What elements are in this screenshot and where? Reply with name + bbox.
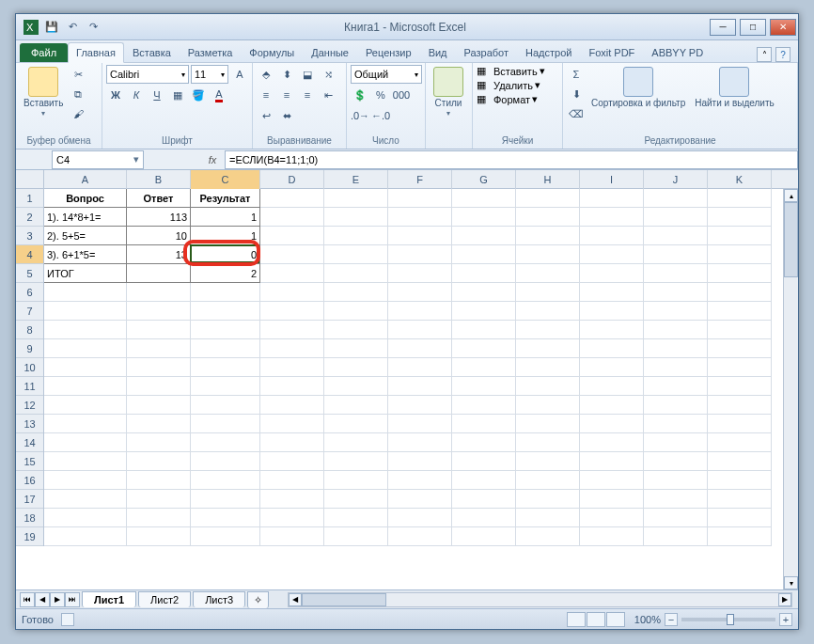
cell[interactable] xyxy=(644,302,708,321)
cell[interactable] xyxy=(44,415,127,433)
orientation-icon[interactable]: ⤭ xyxy=(319,65,337,84)
cell[interactable] xyxy=(388,452,452,471)
cell[interactable]: 2 xyxy=(191,264,260,283)
cell[interactable] xyxy=(516,396,580,415)
cell[interactable] xyxy=(708,302,772,321)
cell[interactable] xyxy=(191,377,260,396)
cell[interactable] xyxy=(324,377,388,396)
merge-icon[interactable]: ⬌ xyxy=(277,106,296,125)
row-header[interactable]: 14 xyxy=(16,433,43,452)
cell[interactable] xyxy=(516,452,580,471)
cell[interactable] xyxy=(708,208,772,227)
cell[interactable] xyxy=(644,227,708,245)
cell[interactable] xyxy=(516,208,580,227)
cell[interactable] xyxy=(452,509,516,527)
decrease-decimal-icon[interactable]: ←.0 xyxy=(371,106,390,125)
cell[interactable] xyxy=(324,339,388,358)
cell[interactable] xyxy=(388,189,452,208)
cell[interactable] xyxy=(708,396,772,415)
formula-input[interactable]: =ЕСЛИ(B4=11;1;0) xyxy=(225,150,798,169)
cell[interactable] xyxy=(191,339,260,358)
column-header[interactable]: F xyxy=(388,170,452,189)
cell[interactable] xyxy=(44,527,127,546)
cell[interactable]: 10 xyxy=(127,227,191,245)
name-box[interactable]: C4▾ xyxy=(52,150,144,169)
cell[interactable]: 1 xyxy=(191,227,260,245)
row-header[interactable]: 3 xyxy=(16,227,43,245)
row-header[interactable]: 16 xyxy=(16,471,43,490)
cell[interactable] xyxy=(644,264,708,283)
cell[interactable] xyxy=(516,339,580,358)
column-header[interactable]: I xyxy=(580,170,644,189)
cell[interactable] xyxy=(260,302,324,321)
cell[interactable] xyxy=(127,302,191,321)
underline-icon[interactable]: Ч xyxy=(148,86,166,104)
delete-cells-button[interactable]: ▦Удалить ▾ xyxy=(477,79,540,91)
cell[interactable] xyxy=(191,321,260,339)
cell[interactable] xyxy=(708,358,772,377)
cell[interactable] xyxy=(324,302,388,321)
cell[interactable] xyxy=(260,339,324,358)
copy-icon[interactable]: ⧉ xyxy=(69,85,87,103)
insert-cells-button[interactable]: ▦Вставить ▾ xyxy=(477,65,545,77)
align-right-icon[interactable]: ≡ xyxy=(298,86,317,104)
undo-icon[interactable]: ↶ xyxy=(63,18,82,37)
cell[interactable] xyxy=(452,433,516,452)
cell[interactable] xyxy=(708,227,772,245)
cell[interactable] xyxy=(708,283,772,302)
cell[interactable] xyxy=(260,452,324,471)
cell[interactable] xyxy=(260,189,324,208)
border-icon[interactable]: ▦ xyxy=(168,86,187,104)
row-header[interactable]: 2 xyxy=(16,208,43,227)
cell[interactable] xyxy=(324,433,388,452)
cell[interactable] xyxy=(644,283,708,302)
cell[interactable] xyxy=(260,227,324,245)
cell[interactable] xyxy=(580,471,644,490)
cell[interactable] xyxy=(260,245,324,264)
autosum-icon[interactable]: Σ xyxy=(567,65,586,84)
row-header[interactable]: 12 xyxy=(16,396,43,415)
ribbon-tab-главная[interactable]: Главная xyxy=(68,42,124,63)
cell[interactable] xyxy=(580,283,644,302)
ribbon-tab-abbyy pd[interactable]: ABBYY PD xyxy=(643,42,712,62)
cell[interactable] xyxy=(644,245,708,264)
ribbon-tab-вставка[interactable]: Вставка xyxy=(124,42,180,62)
cell[interactable] xyxy=(452,227,516,245)
cell[interactable] xyxy=(191,527,260,546)
font-name-combo[interactable]: Calibri▾ xyxy=(106,65,189,84)
sheet-tab[interactable]: Лист1 xyxy=(82,591,136,607)
cell[interactable] xyxy=(580,245,644,264)
cell[interactable] xyxy=(127,377,191,396)
cell[interactable] xyxy=(44,471,127,490)
cell[interactable] xyxy=(708,339,772,358)
cell[interactable] xyxy=(708,471,772,490)
cell[interactable] xyxy=(452,339,516,358)
cell[interactable] xyxy=(516,490,580,509)
cell[interactable] xyxy=(388,358,452,377)
cell[interactable] xyxy=(516,433,580,452)
cell[interactable] xyxy=(388,339,452,358)
cell[interactable] xyxy=(324,208,388,227)
row-header[interactable]: 11 xyxy=(16,377,43,396)
cell[interactable] xyxy=(191,415,260,433)
cell[interactable] xyxy=(516,358,580,377)
cell[interactable] xyxy=(644,377,708,396)
row-header[interactable]: 8 xyxy=(16,321,43,339)
cell[interactable] xyxy=(516,245,580,264)
cell[interactable] xyxy=(580,396,644,415)
cell[interactable] xyxy=(580,321,644,339)
horizontal-scrollbar[interactable]: ◀ ▶ xyxy=(288,592,792,607)
cell[interactable] xyxy=(260,509,324,527)
cell[interactable] xyxy=(580,509,644,527)
cell[interactable] xyxy=(44,358,127,377)
cell[interactable]: 13 xyxy=(127,245,191,264)
zoom-out-button[interactable]: − xyxy=(665,613,678,626)
paste-button[interactable]: Вставить ▾ xyxy=(20,65,67,119)
new-sheet-button[interactable]: ✧ xyxy=(247,591,269,608)
cell[interactable] xyxy=(644,321,708,339)
ribbon-tab-надстрой[interactable]: Надстрой xyxy=(517,42,580,62)
cell[interactable] xyxy=(388,433,452,452)
cell[interactable] xyxy=(644,415,708,433)
ribbon-tab-разметка[interactable]: Разметка xyxy=(180,42,242,62)
cell[interactable]: 113 xyxy=(127,208,191,227)
